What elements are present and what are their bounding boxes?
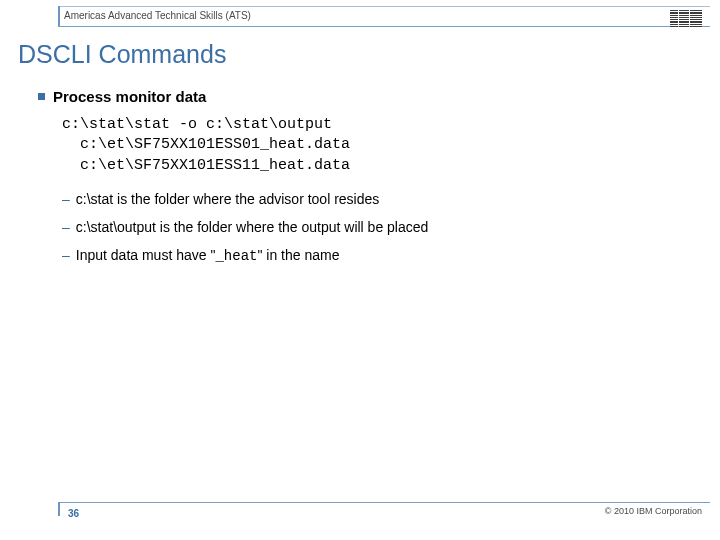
page-title: DSCLI Commands (18, 40, 226, 69)
code-block: c:\stat\stat -o c:\stat\output c:\et\SF7… (62, 115, 690, 176)
sub-bullet: – Input data must have "_heat" in the na… (62, 246, 690, 265)
footer-rule (58, 502, 710, 503)
code-line: c:\et\SF75XX101ESS11_heat.data (62, 156, 690, 176)
square-bullet-icon (38, 93, 45, 100)
slide: Americas Advanced Technical Skills (ATS)… (0, 0, 720, 540)
sub-bullet: – c:\stat is the folder where the adviso… (62, 190, 690, 208)
bullet-text: Process monitor data (53, 88, 206, 105)
page-number-text: 36 (68, 508, 79, 519)
header-rule-top (58, 6, 710, 7)
dash-icon: – (62, 246, 70, 264)
sub-bullet-text: c:\stat is the folder where the advisor … (76, 190, 379, 208)
footer-bar: 36 36 © 2010 IBM Corporation (0, 504, 720, 524)
code-line: c:\et\SF75XX101ESS01_heat.data (62, 135, 690, 155)
header-tick (58, 6, 60, 26)
content-area: Process monitor data c:\stat\stat -o c:\… (38, 88, 690, 275)
dash-icon: – (62, 190, 70, 208)
mono-text: _heat (215, 248, 257, 264)
breadcrumb: Americas Advanced Technical Skills (ATS) (64, 10, 251, 21)
sub-bullet-text: c:\stat\output is the folder where the o… (76, 218, 429, 236)
sub-bullet-text: Input data must have "_heat" in the name (76, 246, 340, 265)
page-number: 36 36 (68, 508, 79, 519)
ibm-logo-icon (670, 10, 702, 27)
text-part: Input data must have " (76, 247, 216, 263)
footer-tick (58, 502, 60, 516)
header-bar: Americas Advanced Technical Skills (ATS) (0, 6, 720, 30)
bullet-level-1: Process monitor data (38, 88, 690, 105)
copyright-text: © 2010 IBM Corporation (605, 506, 702, 516)
code-line: c:\stat\stat -o c:\stat\output (62, 115, 690, 135)
dash-icon: – (62, 218, 70, 236)
sub-bullet: – c:\stat\output is the folder where the… (62, 218, 690, 236)
text-part: " in the name (257, 247, 339, 263)
header-rule-bottom (58, 26, 710, 27)
